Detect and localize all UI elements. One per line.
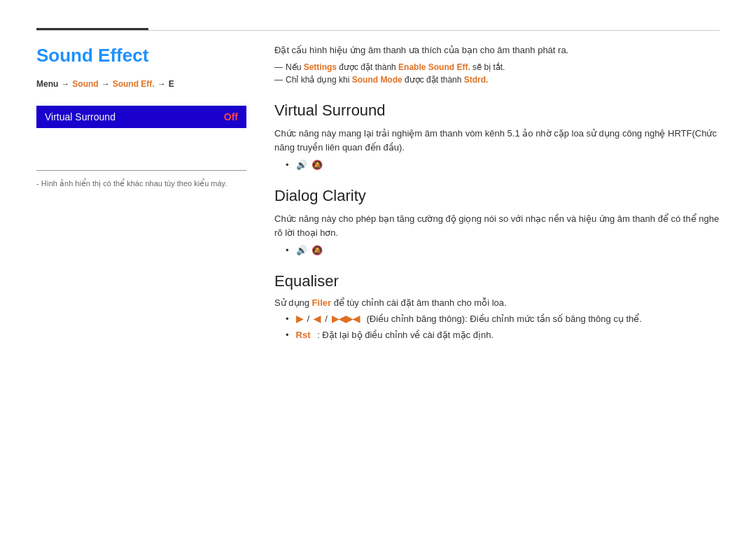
sidebar-note: - Hình ảnh hiển thị có thể khác nhau tùy…	[36, 179, 246, 188]
breadcrumb-menu: Menu	[36, 79, 58, 89]
vs-icon-on: 🔊	[296, 160, 307, 170]
note-2: Chỉ khả dụng khi Sound Mode được đặt thà…	[274, 75, 720, 85]
sidebar-divider	[36, 170, 246, 171]
dc-icon-off: 🔕	[312, 245, 323, 255]
eq-reset-label: Rst	[296, 330, 311, 340]
breadcrumb-arrow-2: →	[102, 79, 110, 89]
dialog-clarity-bullets: 🔊 🔕	[286, 245, 720, 255]
note2-highlight1: Sound Mode	[352, 75, 402, 85]
virtual-surround-menu-item[interactable]: Virtual Surround Off	[36, 106, 246, 128]
note1-highlight1: Settings	[304, 62, 337, 72]
breadcrumb-soundeff: Sound Eff.	[113, 79, 155, 89]
vs-icon-off: 🔕	[312, 160, 323, 170]
eq-separator-1: /	[307, 314, 310, 324]
eq-icon-forward: ▶	[296, 314, 303, 324]
eq-separator-2: /	[325, 314, 328, 324]
eq-desc-1: (Điều chỉnh băng thông): Điều chỉnh mức …	[364, 314, 642, 324]
note1-highlight2: Enable Sound Eff.	[398, 62, 470, 72]
note-1: Nếu Settings được đặt thành Enable Sound…	[274, 62, 720, 72]
virtual-surround-title: Virtual Surround	[274, 101, 720, 120]
note2-highlight2: Stdrd.	[464, 75, 489, 85]
breadcrumb-arrow-3: →	[158, 79, 166, 89]
dialog-clarity-desc: Chức năng này cho phép bạn tăng cường độ…	[274, 212, 720, 239]
virtual-surround-bullets: 🔊 🔕	[286, 160, 720, 170]
content-intro: Đặt cấu hình hiệu ứng âm thanh ưa thích …	[274, 45, 720, 55]
eq-icon-back: ◀	[314, 314, 321, 324]
breadcrumb-current: E	[169, 79, 174, 89]
sidebar: Sound Effect Menu → Sound → Sound Eff. →…	[36, 31, 246, 374]
menu-item-value: Off	[224, 111, 238, 122]
equaliser-filter-label: Filer	[312, 297, 331, 308]
breadcrumb-sound: Sound	[72, 79, 98, 89]
breadcrumb-arrow-1: →	[61, 79, 69, 89]
equaliser-intro: Sử dụng Filer để tùy chỉnh cài đặt âm th…	[274, 297, 720, 308]
virtual-surround-desc: Chức năng này mang lại trải nghiệm âm th…	[274, 127, 720, 154]
equaliser-bullet-1: ▶ / ◀ / ▶◀▶◀ (Điều chỉnh băng thông): Đi…	[286, 314, 720, 324]
equaliser-bullet-2: Rst : Đặt lại bộ điều chỉnh về cài đặt m…	[286, 330, 720, 340]
eq-icon-combo: ▶◀▶◀	[332, 314, 360, 324]
dc-icon-on: 🔊	[296, 245, 307, 255]
main-content: Đặt cấu hình hiệu ứng âm thanh ưa thích …	[274, 31, 720, 374]
page-title: Sound Effect	[36, 45, 246, 66]
eq-desc-2: : Đặt lại bộ điều chỉnh về cài đặt mặc đ…	[315, 330, 493, 340]
menu-item-label: Virtual Surround	[45, 111, 115, 122]
dialog-clarity-title: Dialog Clarity	[274, 187, 720, 205]
breadcrumb: Menu → Sound → Sound Eff. → E	[36, 79, 246, 89]
equaliser-title: Equaliser	[274, 272, 720, 290]
